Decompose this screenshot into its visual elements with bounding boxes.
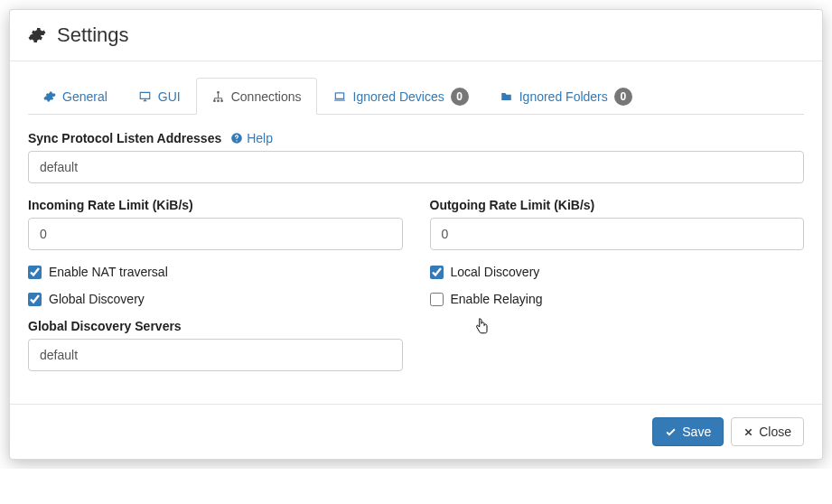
checkbox-nat-traversal[interactable]: Enable NAT traversal bbox=[28, 265, 403, 279]
tab-label: Connections bbox=[231, 89, 302, 104]
dialog-title: Settings bbox=[57, 23, 129, 47]
global-discovery-servers-input[interactable] bbox=[28, 339, 403, 371]
gear-icon bbox=[43, 90, 56, 103]
checkbox-label: Local Discovery bbox=[451, 265, 540, 279]
svg-rect-2 bbox=[217, 99, 219, 101]
field-outgoing-rate: Outgoing Rate Limit (KiB/s) bbox=[430, 198, 805, 250]
tab-label: General bbox=[62, 89, 108, 104]
desktop-icon bbox=[138, 90, 152, 103]
tab-label: Ignored Devices bbox=[353, 89, 444, 104]
checkbox-local-discovery[interactable]: Local Discovery bbox=[430, 265, 805, 279]
tabs: General GUI Connections Ignored Devices bbox=[28, 78, 804, 115]
check-icon bbox=[665, 426, 677, 438]
save-button[interactable]: Save bbox=[652, 417, 724, 446]
local-discovery-checkbox[interactable] bbox=[430, 266, 444, 279]
outgoing-rate-input[interactable] bbox=[430, 218, 805, 250]
svg-rect-0 bbox=[217, 91, 219, 93]
tab-gui[interactable]: GUI bbox=[123, 78, 196, 115]
checkbox-label: Enable NAT traversal bbox=[49, 265, 168, 279]
checkbox-enable-relaying[interactable]: Enable Relaying bbox=[430, 292, 805, 306]
button-label: Close bbox=[759, 425, 791, 439]
tab-ignored-folders[interactable]: Ignored Folders 0 bbox=[484, 78, 648, 115]
tab-connections[interactable]: Connections bbox=[196, 78, 317, 115]
listen-addresses-input[interactable] bbox=[28, 151, 804, 183]
global-discovery-checkbox[interactable] bbox=[28, 293, 42, 306]
svg-rect-3 bbox=[220, 99, 222, 101]
tab-label: Ignored Folders bbox=[519, 89, 608, 104]
help-link[interactable]: Help bbox=[230, 131, 273, 145]
help-link-label: Help bbox=[247, 131, 273, 145]
tab-ignored-devices[interactable]: Ignored Devices 0 bbox=[317, 78, 484, 115]
count-badge: 0 bbox=[614, 88, 632, 106]
folder-icon bbox=[500, 90, 513, 103]
svg-point-6 bbox=[237, 140, 238, 141]
field-label: Outgoing Rate Limit (KiB/s) bbox=[430, 198, 595, 212]
field-label: Global Discovery Servers bbox=[28, 319, 182, 333]
count-badge: 0 bbox=[451, 88, 469, 106]
relaying-checkbox[interactable] bbox=[430, 293, 444, 306]
gear-icon bbox=[28, 26, 46, 44]
laptop-icon bbox=[332, 90, 347, 103]
dialog-header: Settings bbox=[10, 10, 822, 61]
tab-general[interactable]: General bbox=[28, 78, 123, 115]
dialog-body: General GUI Connections Ignored Devices bbox=[10, 61, 822, 404]
sitemap-icon bbox=[211, 90, 225, 103]
close-button[interactable]: Close bbox=[731, 417, 804, 446]
tab-label: GUI bbox=[158, 89, 181, 104]
svg-rect-4 bbox=[335, 93, 343, 98]
cursor-pointer-icon bbox=[473, 317, 490, 337]
field-label: Sync Protocol Listen Addresses bbox=[28, 131, 221, 145]
field-incoming-rate: Incoming Rate Limit (KiB/s) bbox=[28, 198, 403, 250]
svg-rect-1 bbox=[213, 99, 215, 101]
field-global-discovery-servers: Global Discovery Servers bbox=[28, 319, 403, 371]
question-circle-icon bbox=[230, 132, 243, 145]
field-label: Incoming Rate Limit (KiB/s) bbox=[28, 198, 193, 212]
incoming-rate-input[interactable] bbox=[28, 218, 403, 250]
checkbox-global-discovery[interactable]: Global Discovery bbox=[28, 292, 403, 306]
settings-dialog: Settings General GUI Connections bbox=[9, 9, 823, 460]
button-label: Save bbox=[682, 425, 711, 439]
checkbox-label: Global Discovery bbox=[49, 292, 145, 306]
field-listen-addresses: Sync Protocol Listen Addresses Help bbox=[28, 131, 804, 183]
nat-checkbox[interactable] bbox=[28, 266, 42, 279]
close-icon bbox=[743, 427, 753, 437]
checkbox-label: Enable Relaying bbox=[451, 292, 543, 306]
dialog-footer: Save Close bbox=[10, 404, 822, 459]
